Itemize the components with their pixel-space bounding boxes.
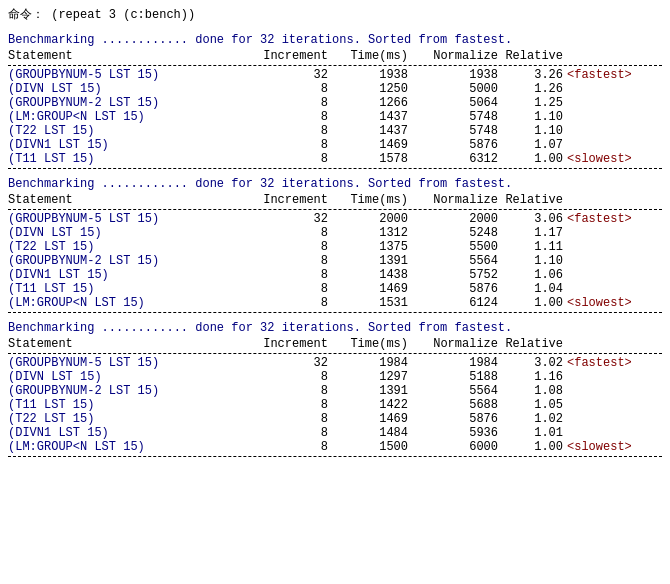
cell-relative-2-2: 1.08: [498, 384, 563, 398]
cell-time-0-1: 1250: [328, 82, 408, 96]
cell-increment-0-1: 8: [248, 82, 328, 96]
cell-relative-2-3: 1.05: [498, 398, 563, 412]
cell-increment-0-6: 8: [248, 152, 328, 166]
cell-relative-0-0: 3.26: [498, 68, 563, 82]
cell-relative-0-2: 1.25: [498, 96, 563, 110]
divider-top-1: [8, 209, 662, 210]
cell-relative-1-6: 1.00: [498, 296, 563, 310]
cell-normalize-0-6: 6312: [408, 152, 498, 166]
table-row: (T22 LST 15)8143757481.10: [8, 124, 662, 138]
cell-normalize-0-3: 5748: [408, 110, 498, 124]
cell-statement-2-5: (DIVN1 LST 15): [8, 426, 248, 440]
col-header-0-0: Statement: [8, 49, 248, 63]
cell-normalize-1-2: 5500: [408, 240, 498, 254]
cell-increment-2-4: 8: [248, 412, 328, 426]
cell-time-0-6: 1578: [328, 152, 408, 166]
cell-statement-0-0: (GROUPBYNUM-5 LST 15): [8, 68, 248, 82]
table-row: (DIVN1 LST 15)8143857521.06: [8, 268, 662, 282]
col-header-0-4: Relative: [498, 49, 563, 63]
cell-statement-0-3: (LM:GROUP<N LST 15): [8, 110, 248, 124]
cell-time-2-5: 1484: [328, 426, 408, 440]
cell-time-1-1: 1312: [328, 226, 408, 240]
col-header-2-2: Time(ms): [328, 337, 408, 351]
cell-increment-1-1: 8: [248, 226, 328, 240]
cell-statement-1-3: (GROUPBYNUM-2 LST 15): [8, 254, 248, 268]
cell-relative-1-5: 1.04: [498, 282, 563, 296]
col-header-2-1: Increment: [248, 337, 328, 351]
table-row: (T22 LST 15)8146958761.02: [8, 412, 662, 426]
cell-statement-0-5: (DIVN1 LST 15): [8, 138, 248, 152]
cell-normalize-2-3: 5688: [408, 398, 498, 412]
cell-time-2-6: 1500: [328, 440, 408, 454]
cell-increment-1-2: 8: [248, 240, 328, 254]
col-header-1-1: Increment: [248, 193, 328, 207]
col-header-1-2: Time(ms): [328, 193, 408, 207]
cell-normalize-1-4: 5752: [408, 268, 498, 282]
cell-relative-1-2: 1.11: [498, 240, 563, 254]
cell-normalize-2-5: 5936: [408, 426, 498, 440]
cell-increment-1-3: 8: [248, 254, 328, 268]
cell-increment-0-4: 8: [248, 124, 328, 138]
cell-increment-1-4: 8: [248, 268, 328, 282]
cell-statement-1-6: (LM:GROUP<N LST 15): [8, 296, 248, 310]
cell-normalize-1-5: 5876: [408, 282, 498, 296]
table-row: (GROUPBYNUM-5 LST 15)32193819383.26<fast…: [8, 68, 662, 82]
cell-time-0-4: 1437: [328, 124, 408, 138]
cell-relative-0-1: 1.26: [498, 82, 563, 96]
cell-normalize-2-2: 5564: [408, 384, 498, 398]
cell-time-2-3: 1422: [328, 398, 408, 412]
cell-increment-2-0: 32: [248, 356, 328, 370]
table-row: (GROUPBYNUM-5 LST 15)32198419843.02<fast…: [8, 356, 662, 370]
cell-increment-0-0: 32: [248, 68, 328, 82]
bench-header-2: Benchmarking ............ done for 32 it…: [8, 321, 662, 335]
table-row: (LM:GROUP<N LST 15)8153161241.00<slowest…: [8, 296, 662, 310]
table-row: (T22 LST 15)8137555001.11: [8, 240, 662, 254]
table-row: (DIVN LST 15)8125050001.26: [8, 82, 662, 96]
cell-increment-2-6: 8: [248, 440, 328, 454]
cell-relative-1-3: 1.10: [498, 254, 563, 268]
col-headers-0: StatementIncrementTime(ms)NormalizeRelat…: [8, 49, 662, 63]
cell-tag-1-6: <slowest>: [563, 296, 643, 310]
section-0: Benchmarking ............ done for 32 it…: [8, 33, 662, 169]
divider-top-0: [8, 65, 662, 66]
cell-normalize-0-2: 5064: [408, 96, 498, 110]
cell-time-0-5: 1469: [328, 138, 408, 152]
cell-relative-0-4: 1.10: [498, 124, 563, 138]
cell-normalize-2-0: 1984: [408, 356, 498, 370]
table-row: (DIVN1 LST 15)8146958761.07: [8, 138, 662, 152]
cell-time-1-6: 1531: [328, 296, 408, 310]
cell-statement-0-2: (GROUPBYNUM-2 LST 15): [8, 96, 248, 110]
bench-header-1: Benchmarking ............ done for 32 it…: [8, 177, 662, 191]
cell-time-0-3: 1437: [328, 110, 408, 124]
cell-statement-1-4: (DIVN1 LST 15): [8, 268, 248, 282]
cell-time-0-0: 1938: [328, 68, 408, 82]
table-row: (GROUPBYNUM-2 LST 15)8126650641.25: [8, 96, 662, 110]
cell-time-1-5: 1469: [328, 282, 408, 296]
cell-normalize-0-4: 5748: [408, 124, 498, 138]
cell-time-1-0: 2000: [328, 212, 408, 226]
cell-time-2-2: 1391: [328, 384, 408, 398]
cell-statement-0-1: (DIVN LST 15): [8, 82, 248, 96]
table-row: (GROUPBYNUM-2 LST 15)8139155641.10: [8, 254, 662, 268]
command-text: 命令： (repeat 3 (c:bench)): [8, 8, 195, 22]
cell-relative-0-6: 1.00: [498, 152, 563, 166]
bench-header-0: Benchmarking ............ done for 32 it…: [8, 33, 662, 47]
divider-bottom-0: [8, 168, 662, 169]
cell-normalize-1-1: 5248: [408, 226, 498, 240]
cell-normalize-1-3: 5564: [408, 254, 498, 268]
cell-increment-2-3: 8: [248, 398, 328, 412]
cell-statement-1-1: (DIVN LST 15): [8, 226, 248, 240]
cell-statement-1-5: (T11 LST 15): [8, 282, 248, 296]
cell-relative-0-3: 1.10: [498, 110, 563, 124]
divider-top-2: [8, 353, 662, 354]
table-row: (LM:GROUP<N LST 15)8143757481.10: [8, 110, 662, 124]
table-row: (LM:GROUP<N LST 15)8150060001.00<slowest…: [8, 440, 662, 454]
cell-statement-2-3: (T11 LST 15): [8, 398, 248, 412]
table-row: (GROUPBYNUM-5 LST 15)32200020003.06<fast…: [8, 212, 662, 226]
cell-normalize-0-5: 5876: [408, 138, 498, 152]
cell-increment-1-6: 8: [248, 296, 328, 310]
cell-increment-2-2: 8: [248, 384, 328, 398]
cell-increment-1-0: 32: [248, 212, 328, 226]
col-headers-2: StatementIncrementTime(ms)NormalizeRelat…: [8, 337, 662, 351]
cell-statement-2-0: (GROUPBYNUM-5 LST 15): [8, 356, 248, 370]
